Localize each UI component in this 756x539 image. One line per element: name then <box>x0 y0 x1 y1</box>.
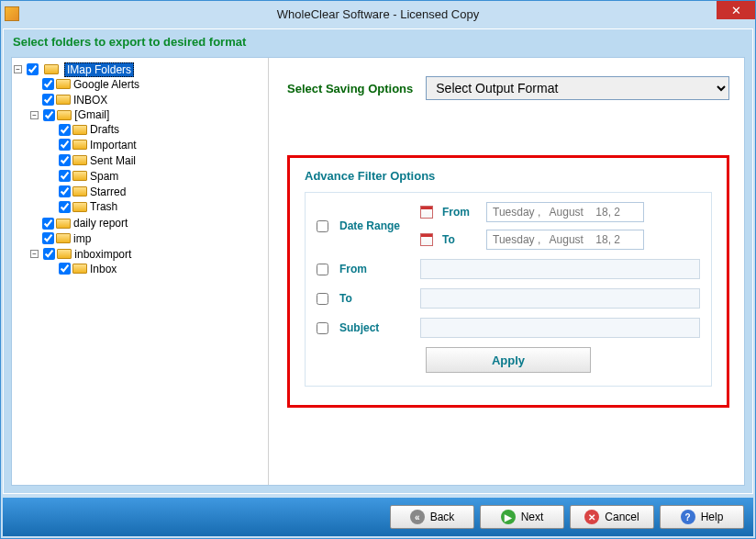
tree-label[interactable]: Inbox <box>90 263 117 275</box>
close-button[interactable]: ✕ <box>717 1 755 19</box>
subject-row: Subject <box>317 318 700 338</box>
tree-label[interactable]: daily report <box>73 217 128 230</box>
tree-label[interactable]: Sent Mail <box>90 154 136 167</box>
folder-icon <box>72 186 87 197</box>
date-to-input[interactable] <box>486 230 644 250</box>
folder-icon <box>57 110 72 120</box>
tree-label[interactable]: [Gmail] <box>74 108 109 121</box>
checkbox-item[interactable] <box>59 185 71 197</box>
tree-node-item: Starred <box>47 184 266 199</box>
calendar-icon <box>420 206 433 219</box>
checkbox-item[interactable] <box>59 139 71 151</box>
tree-node-item: Inbox <box>47 261 266 276</box>
checkbox-item[interactable] <box>42 218 54 230</box>
date-range-checkbox[interactable] <box>317 220 328 232</box>
footer: «Back ▶Next ✕Cancel ?Help <box>3 498 753 536</box>
folder-tree: − IMap Folders Google Alerts INBOX − [Gm… <box>14 62 266 278</box>
folder-icon <box>72 125 87 135</box>
folder-tree-panel: − IMap Folders Google Alerts INBOX − [Gm… <box>12 58 269 485</box>
titlebar: WholeClear Software - Licensed Copy ✕ <box>1 1 755 27</box>
tree-node-gmail: − [Gmail] Drafts Important Sent Mail Spa… <box>30 107 266 215</box>
checkbox-item[interactable] <box>59 124 71 136</box>
tree-node-item: Sent Mail <box>47 152 266 168</box>
tree-label[interactable]: Trash <box>90 200 117 213</box>
saving-options-row: Select Saving Options Select Output Form… <box>287 76 729 100</box>
tree-node-item: imp <box>30 230 266 246</box>
folder-icon <box>56 95 71 105</box>
tree-label[interactable]: Important <box>90 139 137 152</box>
advance-filter-box: Advance Filter Options Date Range From <box>287 155 729 408</box>
from-checkbox[interactable] <box>317 264 328 275</box>
checkbox-item[interactable] <box>43 109 55 121</box>
from-label: From <box>339 263 413 275</box>
calendar-icon <box>420 233 433 246</box>
filter-inner: Date Range From To <box>305 192 712 387</box>
content-panel: − IMap Folders Google Alerts INBOX − [Gm… <box>11 57 745 486</box>
checkbox-item[interactable] <box>59 201 71 213</box>
saving-options-label: Select Saving Options <box>287 82 413 95</box>
tree-node-item: INBOX <box>30 92 266 107</box>
window-title: WholeClear Software - Licensed Copy <box>277 7 479 21</box>
checkbox-item[interactable] <box>43 248 55 260</box>
folder-icon <box>56 79 71 89</box>
folder-icon <box>56 233 71 243</box>
folder-icon <box>72 264 87 274</box>
next-icon: ▶ <box>501 510 516 524</box>
folder-icon <box>72 155 87 165</box>
right-panel: Select Saving Options Select Output Form… <box>269 58 744 485</box>
tree-label[interactable]: inboximport <box>74 248 131 261</box>
subject-checkbox[interactable] <box>317 322 328 334</box>
apply-button[interactable]: Apply <box>426 347 591 373</box>
filter-title: Advance Filter Options <box>305 169 712 183</box>
help-button[interactable]: ?Help <box>660 505 744 529</box>
tree-label[interactable]: Drafts <box>90 123 119 136</box>
tree-label[interactable]: imp <box>73 232 91 245</box>
checkbox-item[interactable] <box>59 170 71 182</box>
app-window: WholeClear Software - Licensed Copy ✕ Se… <box>0 0 756 539</box>
main-area: Select folders to export to desired form… <box>3 28 753 494</box>
checkbox-item[interactable] <box>42 94 54 106</box>
tree-node-item: Trash <box>47 198 266 214</box>
to-row: To <box>317 288 700 309</box>
tree-label-root[interactable]: IMap Folders <box>64 62 134 77</box>
tree-label[interactable]: Google Alerts <box>73 78 139 91</box>
back-button[interactable]: «Back <box>390 505 474 529</box>
date-from-input[interactable] <box>486 202 644 222</box>
tree-label[interactable]: Spam <box>90 170 118 183</box>
next-button[interactable]: ▶Next <box>480 505 564 529</box>
folder-icon <box>56 219 71 229</box>
checkbox-item[interactable] <box>42 78 54 90</box>
folder-icon <box>57 249 72 259</box>
tree-node-item: Important <box>47 137 266 152</box>
help-icon: ? <box>681 510 695 524</box>
tree-node-item: Google Alerts <box>30 76 266 92</box>
checkbox-root[interactable] <box>27 63 39 75</box>
from-sub-label: From <box>442 206 477 219</box>
date-range-row: Date Range From To <box>317 202 700 250</box>
expander-icon[interactable]: − <box>14 65 22 73</box>
checkbox-item[interactable] <box>42 232 54 244</box>
subject-label: Subject <box>339 321 413 334</box>
tree-label[interactable]: Starred <box>90 185 126 197</box>
subject-input[interactable] <box>420 318 700 338</box>
tree-node-item: Spam <box>47 168 266 184</box>
expander-icon[interactable]: − <box>30 111 39 119</box>
to-input[interactable] <box>420 288 700 309</box>
from-input[interactable] <box>420 259 700 279</box>
tree-node-inboximport: − inboximport Inbox <box>30 246 266 277</box>
close-icon: ✕ <box>731 4 741 17</box>
to-sub-label: To <box>442 233 477 246</box>
to-checkbox[interactable] <box>317 293 328 305</box>
folder-icon <box>44 64 59 74</box>
folder-icon <box>72 171 87 181</box>
checkbox-item[interactable] <box>59 263 71 275</box>
back-icon: « <box>410 510 425 524</box>
cancel-button[interactable]: ✕Cancel <box>570 505 654 529</box>
date-range-label: Date Range <box>339 219 413 232</box>
folder-icon <box>72 202 87 212</box>
tree-label[interactable]: INBOX <box>73 93 107 106</box>
checkbox-item[interactable] <box>59 154 71 166</box>
from-row: From <box>317 259 700 279</box>
output-format-select[interactable]: Select Output Format <box>426 76 729 100</box>
expander-icon[interactable]: − <box>30 250 39 258</box>
